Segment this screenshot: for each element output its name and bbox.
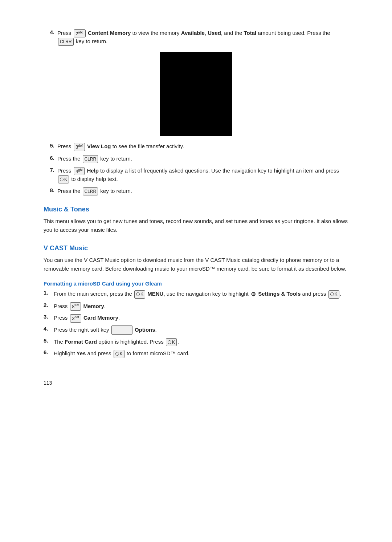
key-4ghi: 4ghi xyxy=(74,167,85,175)
step-6-text: Press the CLRR key to return. xyxy=(57,155,348,163)
step-4-number: 4. xyxy=(44,29,54,35)
format-step-5-format-card: Format Card xyxy=(65,339,97,345)
format-step-6: 6. Highlight Yes and press K to format m… xyxy=(44,349,348,358)
format-step-4-text: Press the right soft key ——— Options. xyxy=(54,325,348,335)
format-step-1: 1. From the main screen, press the K MEN… xyxy=(44,290,348,299)
format-step-3-card-memory: Card Memory xyxy=(83,315,118,321)
step-8-number: 8. xyxy=(44,187,54,193)
step-5-viewlog: View Log xyxy=(87,143,111,149)
format-step-2-number: 2. xyxy=(44,302,52,308)
page-number: 113 xyxy=(44,380,348,386)
key-ok-3: K xyxy=(166,338,177,347)
format-step-5-number: 5. xyxy=(44,337,52,344)
key-ok-2: K xyxy=(328,290,339,299)
gear-icon: ⚙ xyxy=(251,290,256,299)
format-step-4-options: Options xyxy=(135,327,155,333)
key-clrr-3: CLRR xyxy=(83,187,98,195)
key-2abc: 2abc xyxy=(74,29,86,38)
step-4-content-memory: Content Memory xyxy=(88,30,131,36)
format-step-3-number: 3. xyxy=(44,314,52,320)
format-step-2: 2. Press 8tuv Memory. xyxy=(44,302,348,311)
step-4-text: Press 2abc Content Memory to view the me… xyxy=(57,29,348,46)
format-step-1-settings: Settings & Tools xyxy=(258,291,301,297)
music-tones-body: This menu allows you to get new tunes an… xyxy=(44,217,348,234)
key-ok-4: K xyxy=(114,350,124,358)
key-3def-2: 3def xyxy=(70,314,81,323)
key-8tuv: 8tuv xyxy=(70,302,81,311)
format-step-4-number: 4. xyxy=(44,325,52,332)
step-6-number: 6. xyxy=(44,155,54,161)
step-4-total: Total xyxy=(244,30,257,36)
step-7-text: Press 4ghi Help to display a list of fre… xyxy=(57,167,348,183)
key-ok-menu: K xyxy=(134,290,145,299)
step-7-help: Help xyxy=(87,167,99,174)
key-clrr-2: CLRR xyxy=(83,155,98,163)
format-step-5-text: The Format Card option is highlighted. P… xyxy=(54,337,348,346)
page-content: 4. Press 2abc Content Memory to view the… xyxy=(44,29,348,386)
format-step-3: 3. Press 3def Card Memory. xyxy=(44,314,348,322)
step-5: 5. Press 3def View Log to see the file t… xyxy=(44,142,348,151)
v-cast-music-heading: V CAST Music xyxy=(44,244,348,252)
format-step-1-menu: MENU xyxy=(147,291,163,297)
v-cast-music-body: You can use the V CAST Music option to d… xyxy=(44,256,348,273)
step-6: 6. Press the CLRR key to return. xyxy=(44,155,348,163)
format-step-1-number: 1. xyxy=(44,290,52,296)
step-5-number: 5. xyxy=(44,142,54,149)
format-step-2-memory: Memory xyxy=(83,303,104,309)
formatting-subheading: Formatting a microSD Card using your Gle… xyxy=(44,280,348,287)
format-step-6-yes: Yes xyxy=(77,350,86,356)
format-step-1-text: From the main screen, press the K MENU, … xyxy=(54,290,348,299)
screen-image xyxy=(160,52,232,136)
step-7: 7. Press 4ghi Help to display a list of … xyxy=(44,167,348,183)
step-8-text: Press the CLRR key to return. xyxy=(57,187,348,195)
step-5-text: Press 3def View Log to see the file tran… xyxy=(57,142,348,151)
music-tones-heading: Music & Tones xyxy=(44,206,348,213)
key-3def: 3def xyxy=(74,143,85,151)
format-step-6-number: 6. xyxy=(44,349,52,355)
step-4-available: Available xyxy=(181,30,205,36)
format-step-4: 4. Press the right soft key ——— Options. xyxy=(44,325,348,335)
format-step-2-text: Press 8tuv Memory. xyxy=(54,302,348,311)
soft-key-options: ——— xyxy=(111,325,132,335)
step-7-number: 7. xyxy=(44,167,54,173)
step-4-used: Used xyxy=(208,30,221,36)
step-4: 4. Press 2abc Content Memory to view the… xyxy=(44,29,348,46)
key-ok-1: K xyxy=(58,175,69,183)
format-step-5: 5. The Format Card option is highlighted… xyxy=(44,337,348,346)
key-clrr-1: CLRR xyxy=(58,38,74,46)
format-step-3-text: Press 3def Card Memory. xyxy=(54,314,348,322)
format-step-6-text: Highlight Yes and press K to format micr… xyxy=(54,349,348,358)
step-8: 8. Press the CLRR key to return. xyxy=(44,187,348,195)
